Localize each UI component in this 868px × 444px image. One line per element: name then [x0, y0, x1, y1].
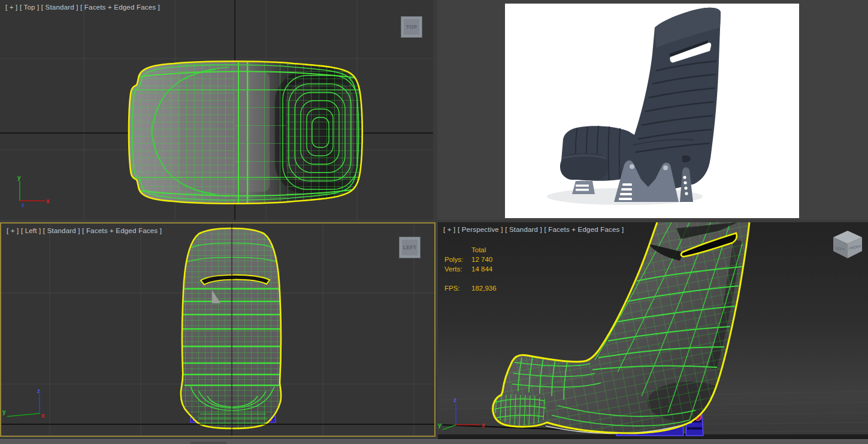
svg-text:z: z — [37, 388, 40, 394]
top-view-scene: y x z — [0, 0, 433, 220]
viewport-left[interactable]: [ + ] [ Left ] [ Standard ] [ Facets + E… — [0, 222, 435, 437]
statistics-overlay: Total Polys:12 740 Verts:14 844 FPS:182,… — [444, 245, 497, 293]
stats-fps-value: 182,936 — [471, 283, 497, 293]
viewcube-perspective[interactable]: LEFT FRONT — [833, 231, 862, 258]
viewport-perspective[interactable]: [ + ] [ Perspective ] [ Standard ] [ Fac… — [438, 222, 868, 439]
svg-text:x: x — [46, 198, 50, 204]
stats-total-header: Total — [471, 245, 486, 255]
left-view-scene: z y x — [1, 223, 434, 436]
viewport-top-label[interactable]: [ + ] [ Top ] [ Standard ] [ Facets + Ed… — [5, 4, 160, 11]
seat-top-view[interactable] — [126, 60, 364, 207]
svg-text:y: y — [2, 409, 6, 415]
svg-text:x: x — [482, 422, 485, 428]
axis-gizmo-top: y x z — [17, 174, 50, 208]
svg-text:x: x — [41, 412, 45, 419]
svg-text:y: y — [17, 174, 21, 181]
svg-text:z: z — [453, 397, 456, 403]
bottom-bar — [0, 439, 868, 444]
viewport-left-label[interactable]: [ + ] [ Left ] [ Standard ] [ Facets + E… — [7, 227, 162, 234]
viewport-perspective-label[interactable]: [ + ] [ Perspective ] [ Standard ] [ Fac… — [443, 226, 624, 233]
viewcube-left[interactable]: LEFT — [399, 237, 421, 258]
perspective-scene: z x y LEFT FRONT — [438, 222, 868, 439]
seat-perspective[interactable] — [486, 222, 761, 439]
svg-text:y: y — [438, 422, 441, 428]
stats-verts-label: Verts: — [444, 264, 471, 274]
render-scene — [437, 0, 868, 220]
stats-verts-value: 14 844 — [471, 264, 492, 274]
viewport-top[interactable]: [ + ] [ Top ] [ Standard ] [ Facets + Ed… — [0, 0, 433, 220]
svg-text:z: z — [22, 202, 25, 208]
axis-gizmo-left: z y x — [2, 388, 45, 419]
stats-fps-label: FPS: — [444, 283, 471, 293]
viewport-rendered-frame[interactable] — [437, 0, 868, 220]
viewcube-left-face[interactable]: LEFT — [402, 240, 418, 255]
bottom-bar-notch — [190, 442, 226, 444]
stats-polys-label: Polys: — [444, 255, 471, 264]
viewcube-top[interactable]: TOP — [401, 16, 422, 38]
max-viewport-area: [ + ] [ Top ] [ Standard ] [ Facets + Ed… — [0, 0, 868, 444]
stats-polys-value: 12 740 — [471, 255, 492, 264]
viewcube-top-face[interactable]: TOP — [404, 19, 419, 35]
